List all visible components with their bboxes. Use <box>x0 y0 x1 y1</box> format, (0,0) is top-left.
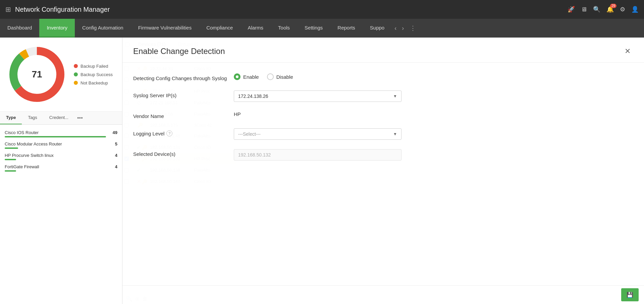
donut-center-value: 71 <box>32 69 42 80</box>
donut-chart: 71 <box>7 44 67 105</box>
legend-label-notbackedup: Not Backedup <box>80 80 108 85</box>
main-content: 71 Backup Failed Backup Success Not Back… <box>0 38 644 304</box>
logging-label: Logging Level ? <box>133 128 227 136</box>
nav-prev-arrow[interactable]: ‹ <box>392 19 399 38</box>
filter-tab-type[interactable]: Type <box>0 112 22 124</box>
legend-label-failed: Backup Failed <box>80 64 108 69</box>
nav-reports[interactable]: Reports <box>330 19 363 38</box>
device-name: FortiGate Firewall <box>5 164 39 169</box>
rocket-icon[interactable]: 🚀 <box>568 6 575 13</box>
nav-firmware-vulnerabilities[interactable]: Firmware Vulnerabilities <box>131 19 199 38</box>
legend-item-failed: Backup Failed <box>74 64 113 69</box>
filter-tabs: Type Tags Credent... ••• <box>0 112 122 125</box>
device-count: 4 <box>109 164 117 169</box>
legend-item-notbackedup: Not Backedup <box>74 80 113 85</box>
syslog-control[interactable]: 172.24.138.26 ▼ <box>234 90 401 102</box>
nav-alarms[interactable]: Alarms <box>240 19 271 38</box>
device-bar <box>5 170 16 172</box>
form-row-logging: Logging Level ? ---Select--- ▼ <box>133 128 633 140</box>
logging-help-icon[interactable]: ? <box>166 130 172 136</box>
nav-config-automation[interactable]: Config Automation <box>75 19 131 38</box>
syslog-dropdown-arrow: ▼ <box>393 94 397 99</box>
left-panel: 71 Backup Failed Backup Success Not Back… <box>0 38 122 304</box>
modal-body: Detecting Config Changes through Syslog … <box>122 63 644 285</box>
form-row-selected-devices: Selected Device(s) 192.168.50.132 <box>133 149 633 161</box>
list-item[interactable]: FortiGate Firewall 4 <box>5 162 117 174</box>
modal-title: Enable Change Detection <box>133 47 225 56</box>
user-icon[interactable]: 👤 <box>631 6 639 13</box>
submit-button[interactable]: 💾 <box>621 288 639 301</box>
chart-area: 71 Backup Failed Backup Success Not Back… <box>0 38 122 112</box>
notification-badge: 29 <box>610 4 616 8</box>
device-count: 4 <box>109 153 117 158</box>
list-item[interactable]: HP Procurve Switch linux 4 <box>5 151 117 162</box>
radio-enable[interactable]: Enable <box>234 73 259 80</box>
device-name: Cisco IOS Router <box>5 130 39 135</box>
vendor-value: HP <box>234 109 241 117</box>
nav-tools[interactable]: Tools <box>271 19 297 38</box>
logging-placeholder: ---Select--- <box>238 131 261 137</box>
modal-header: Enable Change Detection ✕ <box>122 38 644 63</box>
radio-disable-label: Disable <box>276 74 293 80</box>
legend-dot-failed <box>74 64 78 68</box>
legend-label-success: Backup Success <box>80 72 113 77</box>
modal-overlay: Enable Change Detection ✕ Detecting Conf… <box>122 38 644 304</box>
device-bar <box>5 136 106 137</box>
nav-bar: Dashboard Inventory Config Automation Fi… <box>0 19 644 38</box>
legend-item-success: Backup Success <box>74 72 113 77</box>
device-count: 5 <box>109 141 117 146</box>
filter-tab-more[interactable]: ••• <box>74 112 86 124</box>
search-icon[interactable]: 🔍 <box>593 6 600 13</box>
grid-icon[interactable]: ⊞ <box>5 5 11 13</box>
submit-icon: 💾 <box>627 292 633 298</box>
nav-compliance[interactable]: Compliance <box>199 19 240 38</box>
legend-dot-notbackedup <box>74 81 78 85</box>
syslog-select[interactable]: 172.24.138.26 ▼ <box>234 90 401 102</box>
selected-devices-value: 192.168.50.132 <box>234 149 401 161</box>
nav-dashboard[interactable]: Dashboard <box>0 19 39 38</box>
nav-more-icon[interactable]: ⋮ <box>407 19 419 38</box>
device-list: Cisco IOS Router 49 Cisco Modular Access… <box>0 125 122 304</box>
modal-footer: 💾 <box>122 285 644 304</box>
nav-support[interactable]: Suppo <box>363 19 392 38</box>
nav-settings[interactable]: Settings <box>297 19 330 38</box>
monitor-icon[interactable]: 🖥 <box>581 6 587 13</box>
syslog-label: Syslog Server IP(s) <box>133 90 227 98</box>
syslog-value: 172.24.138.26 <box>238 94 268 99</box>
vendor-label: Vendor Name <box>133 111 227 119</box>
chart-legend: Backup Failed Backup Success Not Backedu… <box>74 64 113 85</box>
modal-close-button[interactable]: ✕ <box>622 46 633 57</box>
selected-devices-label: Selected Device(s) <box>133 149 227 157</box>
filter-tab-tags[interactable]: Tags <box>22 112 43 124</box>
list-item[interactable]: Cisco Modular Access Router 5 <box>5 139 117 151</box>
logging-control[interactable]: ---Select--- ▼ <box>234 128 401 140</box>
form-row-detecting: Detecting Config Changes through Syslog … <box>133 73 633 81</box>
detecting-label: Detecting Config Changes through Syslog <box>133 73 227 81</box>
logging-select[interactable]: ---Select--- ▼ <box>234 128 401 140</box>
nav-next-arrow[interactable]: › <box>399 19 407 38</box>
device-bar <box>5 147 18 149</box>
list-item[interactable]: Cisco IOS Router 49 <box>5 128 117 139</box>
top-header: ⊞ Network Configuration Manager 🚀 🖥 🔍 🔔 … <box>0 0 644 19</box>
form-row-syslog: Syslog Server IP(s) 172.24.138.26 ▼ <box>133 90 633 102</box>
radio-group-enable-disable: Enable Disable <box>234 73 401 80</box>
nav-inventory[interactable]: Inventory <box>39 19 75 38</box>
radio-enable-label: Enable <box>243 74 259 80</box>
vendor-control: HP <box>234 111 401 117</box>
bell-icon[interactable]: 🔔 29 <box>606 6 614 13</box>
device-name: Cisco Modular Access Router <box>5 141 62 146</box>
filter-tab-credentials[interactable]: Credent... <box>43 112 74 124</box>
radio-enable-circle <box>234 73 240 80</box>
device-count: 49 <box>109 130 117 135</box>
detecting-control: Enable Disable <box>234 73 401 80</box>
form-row-vendor: Vendor Name HP <box>133 111 633 119</box>
gear-icon[interactable]: ⚙ <box>620 6 625 13</box>
legend-dot-success <box>74 72 78 76</box>
device-name: HP Procurve Switch linux <box>5 153 54 158</box>
device-bar <box>5 159 16 160</box>
app-title: Network Configuration Manager <box>15 6 564 13</box>
radio-disable-circle <box>267 73 274 80</box>
header-icons: 🚀 🖥 🔍 🔔 29 ⚙ 👤 <box>568 6 639 13</box>
selected-devices-control: 192.168.50.132 <box>234 149 401 161</box>
radio-disable[interactable]: Disable <box>267 73 293 80</box>
